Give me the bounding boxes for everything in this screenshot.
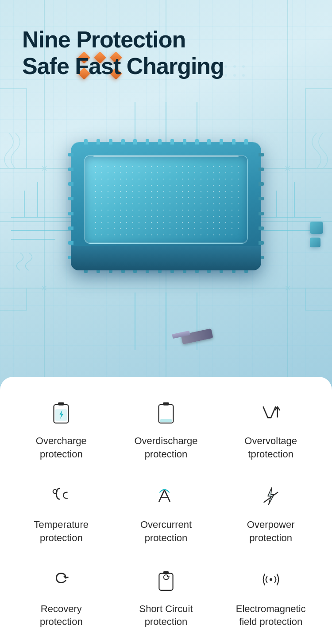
svg-rect-47 <box>163 402 169 406</box>
title: Nine Protection Safe Fast Charging <box>22 27 224 80</box>
protection-item-temperature: Temperatureprotection <box>13 483 109 544</box>
svg-rect-54 <box>163 571 169 574</box>
protection-item-short-circuit: Short Circuitprotection <box>118 567 214 628</box>
protection-section: Overchargeprotection Overdischargeprotec… <box>0 377 332 644</box>
temperature-label: Temperatureprotection <box>34 518 89 544</box>
svg-point-27 <box>242 74 245 77</box>
protection-item-overpower: Overpowerprotection <box>223 483 319 544</box>
electromagnetic-label: Electromagneticfield protection <box>236 602 306 628</box>
protection-item-overdischarge: Overdischargeprotection <box>118 399 214 461</box>
blue-components <box>310 222 323 247</box>
overdischarge-label: Overdischargeprotection <box>134 434 197 461</box>
overcurrent-label: Overcurrentprotection <box>140 518 192 544</box>
hero-section: Nine Protection Safe Fast Charging <box>0 0 332 390</box>
svg-point-22 <box>224 65 227 68</box>
svg-rect-48 <box>160 419 172 422</box>
svg-point-25 <box>224 74 227 77</box>
short-circuit-icon <box>152 567 180 595</box>
overdischarge-icon <box>152 399 180 427</box>
overpower-icon <box>257 483 285 511</box>
protection-item-overcharge: Overchargeprotection <box>13 399 109 461</box>
svg-rect-45 <box>55 409 67 421</box>
recovery-icon <box>47 567 75 595</box>
svg-point-23 <box>233 65 236 68</box>
chip-illustration <box>11 102 321 350</box>
chip-3d <box>71 133 261 270</box>
overcharge-icon <box>47 399 75 427</box>
overcharge-label: Overchargeprotection <box>36 434 87 461</box>
overpower-label: Overpowerprotection <box>247 518 295 544</box>
recovery-label: Recoveryprotection <box>40 602 83 628</box>
electromagnetic-icon <box>257 567 285 595</box>
svg-rect-53 <box>159 573 173 590</box>
overvoltage-label: Overvoltagetprotection <box>244 434 297 461</box>
svg-point-55 <box>270 578 272 581</box>
temperature-icon <box>47 483 75 511</box>
protection-grid: Overchargeprotection Overdischargeprotec… <box>13 399 319 628</box>
overvoltage-icon <box>257 399 285 427</box>
overcurrent-icon <box>152 483 180 511</box>
protection-item-overvoltage: Overvoltagetprotection <box>223 399 319 461</box>
svg-point-24 <box>242 65 245 68</box>
protection-item-electromagnetic: Electromagneticfield protection <box>223 567 319 628</box>
title-block: Nine Protection Safe Fast Charging <box>22 27 224 80</box>
protection-item-recovery: Recoveryprotection <box>13 567 109 628</box>
protection-item-overcurrent: Overcurrentprotection <box>118 483 214 544</box>
svg-point-26 <box>233 74 236 77</box>
short-circuit-label: Short Circuitprotection <box>139 602 193 628</box>
svg-rect-44 <box>58 402 64 406</box>
